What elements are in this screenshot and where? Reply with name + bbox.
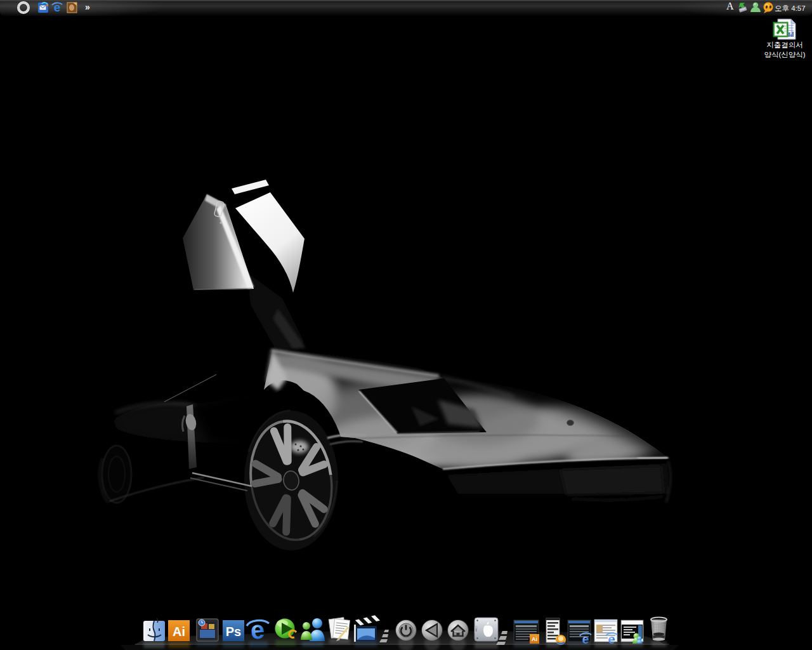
svg-text:Ai: Ai <box>173 625 185 639</box>
svg-text:Ps: Ps <box>226 625 241 639</box>
svg-text:Ai: Ai <box>532 636 537 642</box>
